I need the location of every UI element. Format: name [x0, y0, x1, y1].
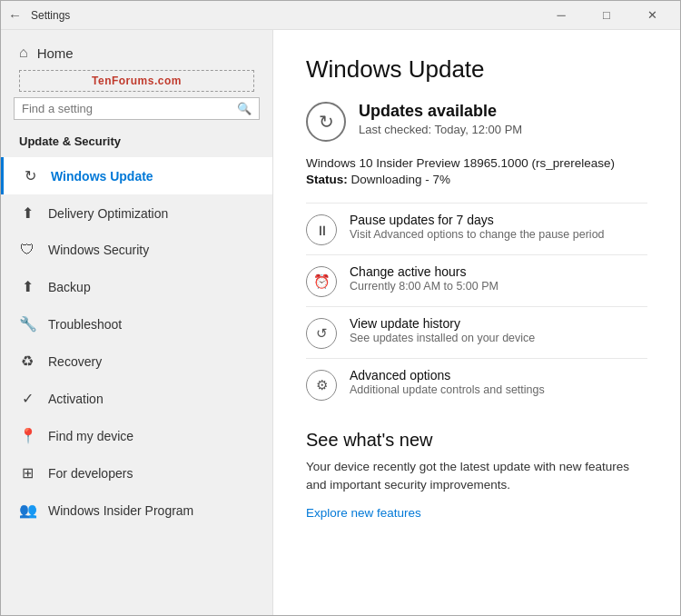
sidebar-label-backup: Backup — [48, 280, 91, 294]
window-controls: ─ □ ✕ — [540, 1, 673, 30]
home-label: Home — [37, 45, 74, 61]
page-title: Windows Update — [306, 55, 647, 84]
change-active-hours-text: Change active hoursCurrently 8:00 AM to … — [350, 264, 498, 293]
advanced-options-desc: Additional update controls and settings — [350, 383, 545, 396]
section-title: Update & Security — [1, 131, 272, 157]
delivery-optimization-icon: ⬆ — [19, 204, 35, 222]
option-view-update-history[interactable]: ↺View update historySee updates installe… — [306, 306, 647, 358]
windows-update-icon: ↻ — [22, 167, 38, 184]
status-line: Status: Downloading - 7% — [306, 173, 647, 186]
close-button[interactable]: ✕ — [631, 1, 673, 30]
window-title: Settings — [31, 9, 540, 22]
troubleshoot-icon: 🔧 — [19, 315, 35, 333]
options-list: ⏸Pause updates for 7 daysVisit Advanced … — [306, 203, 647, 410]
sidebar-item-for-developers[interactable]: ⊞For developers — [1, 454, 272, 492]
sidebar-label-for-developers: For developers — [48, 466, 133, 481]
sidebar-label-troubleshoot: Troubleshoot — [48, 317, 122, 332]
view-update-history-text: View update historySee updates installed… — [350, 316, 535, 344]
pause-updates-icon: ⏸ — [306, 214, 337, 245]
search-icon: 🔍 — [237, 102, 252, 115]
update-available-title: Updates available — [359, 102, 522, 121]
sidebar-label-delivery-optimization: Delivery Optimization — [48, 206, 168, 221]
advanced-options-text: Advanced optionsAdditional update contro… — [350, 368, 545, 396]
view-update-history-desc: See updates installed on your device — [350, 332, 535, 344]
watermark: TenForums.com — [19, 70, 254, 92]
search-box[interactable]: 🔍 — [14, 97, 260, 120]
pause-updates-text: Pause updates for 7 daysVisit Advanced o… — [350, 213, 605, 241]
view-update-history-icon: ↺ — [306, 318, 337, 349]
sidebar-label-windows-insider: Windows Insider Program — [48, 503, 193, 518]
update-status-box: ↻ Updates available Last checked: Today,… — [306, 102, 647, 142]
change-active-hours-icon: ⏰ — [306, 266, 337, 297]
see-whats-new-title: See what's new — [306, 430, 647, 451]
see-whats-new-desc: Your device recently got the latest upda… — [306, 458, 647, 495]
maximize-button[interactable]: □ — [586, 1, 627, 30]
change-active-hours-desc: Currently 8:00 AM to 5:00 PM — [350, 280, 498, 293]
title-bar: ← Settings ─ □ ✕ — [1, 1, 680, 30]
recovery-icon: ♻ — [19, 353, 35, 370]
sidebar-item-find-my-device[interactable]: 📍Find my device — [1, 417, 272, 454]
sidebar-label-windows-security: Windows Security — [48, 243, 149, 257]
sidebar-label-activation: Activation — [48, 392, 104, 406]
sidebar-label-find-my-device: Find my device — [48, 429, 133, 443]
sidebar-label-recovery: Recovery — [48, 354, 102, 369]
status-label: Status: — [306, 173, 348, 186]
sidebar-item-recovery[interactable]: ♻Recovery — [1, 343, 272, 380]
update-status-text: Updates available Last checked: Today, 1… — [359, 102, 522, 136]
settings-window: ← Settings ─ □ ✕ ⌂ Home TenForums.com 🔍 … — [0, 0, 681, 616]
sidebar-home[interactable]: ⌂ Home — [1, 30, 272, 70]
sidebar-item-windows-insider[interactable]: 👥Windows Insider Program — [1, 492, 272, 529]
sidebar-label-windows-update: Windows Update — [51, 169, 153, 184]
content-area: ⌂ Home TenForums.com 🔍 Update & Security… — [1, 30, 680, 615]
option-advanced-options[interactable]: ⚙Advanced optionsAdditional update contr… — [306, 358, 647, 410]
activation-icon: ✓ — [19, 390, 35, 407]
windows-security-icon: 🛡 — [19, 242, 35, 258]
option-pause-updates[interactable]: ⏸Pause updates for 7 daysVisit Advanced … — [306, 203, 647, 254]
update-icon: ↻ — [306, 102, 346, 142]
back-button[interactable]: ← — [8, 7, 22, 23]
see-whats-new: See what's new Your device recently got … — [306, 430, 647, 521]
sidebar: ⌂ Home TenForums.com 🔍 Update & Security… — [1, 30, 273, 615]
status-value: Downloading - 7% — [351, 173, 451, 186]
last-checked: Last checked: Today, 12:00 PM — [359, 123, 522, 136]
for-developers-icon: ⊞ — [19, 464, 35, 482]
sidebar-item-windows-update[interactable]: ↻Windows Update — [1, 157, 272, 194]
sidebar-item-delivery-optimization[interactable]: ⬆Delivery Optimization — [1, 194, 272, 232]
sidebar-item-windows-security[interactable]: 🛡Windows Security — [1, 232, 272, 268]
pause-updates-title: Pause updates for 7 days — [350, 213, 605, 227]
find-my-device-icon: 📍 — [19, 427, 35, 444]
sidebar-item-backup[interactable]: ⬆Backup — [1, 268, 272, 305]
nav-items: ↻Windows Update⬆Delivery Optimization🛡Wi… — [1, 157, 272, 529]
pause-updates-desc: Visit Advanced options to change the pau… — [350, 228, 605, 241]
search-input[interactable] — [22, 102, 237, 115]
option-change-active-hours[interactable]: ⏰Change active hoursCurrently 8:00 AM to… — [306, 254, 647, 306]
update-description: Windows 10 Insider Preview 18965.1000 (r… — [306, 156, 647, 170]
windows-insider-icon: 👥 — [19, 502, 35, 519]
explore-link[interactable]: Explore new features — [306, 506, 421, 520]
advanced-options-title: Advanced options — [350, 368, 545, 383]
change-active-hours-title: Change active hours — [350, 264, 498, 279]
sidebar-item-troubleshoot[interactable]: 🔧Troubleshoot — [1, 305, 272, 343]
sidebar-item-activation[interactable]: ✓Activation — [1, 380, 272, 417]
refresh-icon: ↻ — [319, 111, 334, 133]
main-content: Windows Update ↻ Updates available Last … — [273, 30, 680, 615]
backup-icon: ⬆ — [19, 278, 35, 295]
home-icon: ⌂ — [19, 45, 28, 61]
view-update-history-title: View update history — [350, 316, 535, 331]
update-info: Windows 10 Insider Preview 18965.1000 (r… — [306, 156, 647, 186]
advanced-options-icon: ⚙ — [306, 370, 337, 401]
minimize-button[interactable]: ─ — [540, 1, 582, 30]
